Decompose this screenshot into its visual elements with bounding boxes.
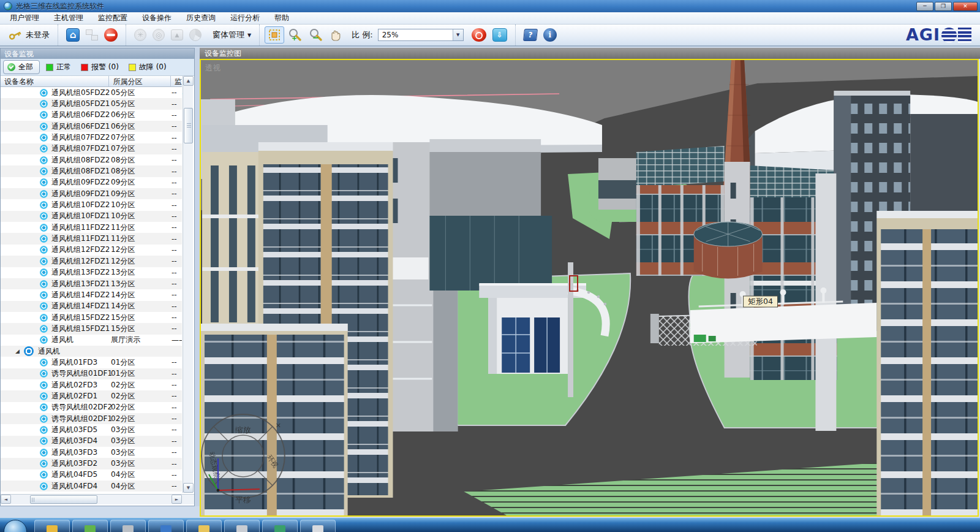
table-row[interactable]: 通风机组11FDZ111分区--	[1, 233, 182, 244]
zoom-out-button[interactable]: −	[305, 26, 326, 44]
table-row[interactable]: 通风机组15FDZ115分区--	[1, 323, 182, 334]
table-row[interactable]: 通风机组05FDZ205分区--	[1, 87, 182, 98]
nav-close-icon[interactable]: ✕	[276, 422, 281, 430]
restore-button[interactable]: ❐	[935, 2, 952, 11]
menu-item-用户管理[interactable]: 用户管理	[2, 12, 47, 25]
menu-item-监控配置[interactable]: 监控配置	[91, 12, 135, 25]
menu-item-运行分析[interactable]: 运行分析	[223, 12, 267, 25]
brand-o-glyph: O	[941, 28, 957, 43]
table-row[interactable]: 通风机展厅演示——	[1, 335, 182, 346]
pan-button[interactable]	[326, 26, 345, 44]
device-name: 通风机组12FDZ2	[51, 245, 111, 255]
3d-viewport[interactable]: 矩形04 透视 缩放 平移 动态观察 环视 ✕	[200, 59, 979, 517]
horizontal-scrollbar[interactable]: ◄ ►	[1, 494, 194, 504]
table-row[interactable]: 通风机组06FDZ106分区--	[1, 121, 182, 132]
select-tool-button[interactable]	[265, 26, 284, 44]
table-row[interactable]: 诱导风机组02DF102分区--	[1, 413, 182, 424]
device-name: 通风机组07FDZ2	[51, 132, 111, 143]
device-status-icon	[40, 482, 48, 490]
table-row[interactable]: 通风机04FD504分区--	[1, 469, 182, 481]
table-row[interactable]: 诱导风机组02DF202分区--	[1, 402, 182, 413]
menu-item-主机管理[interactable]: 主机管理	[47, 12, 91, 25]
scroll-up-button[interactable]: ▲	[183, 76, 194, 86]
3d-scene[interactable]: 矩形04 透视 缩放 平移 动态观察 环视 ✕	[201, 60, 978, 515]
panel-splitter[interactable]	[195, 48, 200, 506]
taskbar-app-button-8[interactable]	[300, 520, 336, 532]
table-row[interactable]: 通风机组07FDZ107分区--	[1, 143, 182, 154]
device-name: 通风机02FD1	[51, 391, 111, 401]
window-manage-dropdown[interactable]: 窗体管理 ▼	[209, 28, 254, 42]
tree-group-row[interactable]: ◢通风机	[1, 346, 182, 357]
table-row[interactable]: 通风机组12FDZ112分区--	[1, 256, 182, 267]
table-row[interactable]: 通风机组09FDZ109分区--	[1, 188, 182, 199]
table-row[interactable]: 通风机组14FDZ214分区--	[1, 289, 182, 300]
table-row[interactable]: 通风机组09FDZ209分区--	[1, 177, 182, 188]
taskbar-app-button-1[interactable]	[34, 520, 70, 532]
table-row[interactable]: 通风机03FD503分区--	[1, 424, 182, 435]
device-name: 通风机组11FDZ1	[51, 234, 111, 244]
scroll-right-button[interactable]: ►	[172, 495, 182, 504]
menu-item-设备操作[interactable]: 设备操作	[135, 12, 179, 25]
zoom-in-button[interactable]: +	[284, 26, 305, 44]
column-watch[interactable]: 监视	[171, 76, 182, 86]
horizontal-scroll-thumb[interactable]	[30, 495, 97, 504]
table-row[interactable]: 通风机组11FDZ211分区--	[1, 222, 182, 233]
taskbar-app-button-3[interactable]	[110, 520, 146, 532]
about-button[interactable]: i	[540, 26, 560, 44]
stop-button[interactable]	[101, 26, 121, 44]
table-row[interactable]: 通风机组10FDZ110分区--	[1, 211, 182, 222]
filter-item-2[interactable]: 报警 (0)	[77, 61, 123, 74]
table-row[interactable]: 通风机组14FDZ114分区--	[1, 301, 182, 312]
device-watch-status: --	[172, 122, 182, 131]
expander-icon[interactable]: ◢	[15, 348, 24, 354]
table-row[interactable]: 诱导风机组01DF101分区--	[1, 368, 182, 379]
export-button[interactable]: ⇩	[489, 26, 510, 44]
table-row[interactable]: 通风机03FD203分区--	[1, 458, 182, 469]
device-status-icon	[40, 100, 48, 108]
taskbar-app-button-7[interactable]	[262, 520, 298, 532]
table-row[interactable]: 通风机组08FDZ108分区--	[1, 165, 182, 177]
column-device-name[interactable]: 设备名称	[1, 76, 109, 86]
table-row[interactable]: 通风机组15FDZ215分区--	[1, 312, 182, 323]
scale-combobox[interactable]: 25% ▼	[378, 29, 464, 41]
help-button[interactable]: ?	[521, 27, 540, 43]
taskbar-app-button-5[interactable]	[186, 520, 222, 532]
vertical-scrollbar[interactable]: ▲ ▼	[183, 76, 193, 493]
filter-item-1[interactable]: 正常	[42, 61, 75, 74]
menu-item-历史查询[interactable]: 历史查询	[179, 12, 223, 25]
table-row[interactable]: 通风机组07FDZ207分区--	[1, 132, 182, 143]
taskbar-app-button-2[interactable]	[72, 520, 108, 532]
table-row[interactable]: 通风机组08FDZ208分区--	[1, 154, 182, 165]
close-button[interactable]: ✕	[953, 2, 978, 11]
device-name: 诱导风机组02DF1	[51, 414, 111, 424]
home-button[interactable]: ⌂	[63, 26, 83, 44]
table-row[interactable]: 通风机组13FDZ113分区--	[1, 278, 182, 289]
table-row[interactable]: 通风机组05FDZ105分区--	[1, 98, 182, 109]
taskbar-app-icon	[312, 525, 323, 532]
table-row[interactable]: 通风机02FD302分区--	[1, 379, 182, 390]
taskbar-app-button-6[interactable]	[224, 520, 260, 532]
scroll-down-button[interactable]: ▼	[183, 483, 194, 493]
table-row[interactable]: 通风机03FD403分区--	[1, 436, 182, 447]
table-row[interactable]: 通风机组06FDZ206分区--	[1, 110, 182, 121]
minimize-button[interactable]: ─	[916, 2, 933, 11]
scroll-left-button[interactable]: ◄	[1, 495, 11, 504]
table-row[interactable]: 通风机03FD303分区--	[1, 447, 182, 458]
table-row[interactable]: 通风机组13FDZ213分区--	[1, 267, 182, 278]
table-row[interactable]: 通风机组10FDZ210分区--	[1, 199, 182, 210]
filter-all-button[interactable]: 全部	[3, 60, 40, 74]
table-row[interactable]: 通风机01FD301分区--	[1, 357, 182, 368]
column-zone[interactable]: 所属分区	[109, 76, 171, 86]
table-row[interactable]: 通风机04FD304分区--	[1, 492, 182, 493]
vertical-scroll-thumb[interactable]	[184, 108, 193, 143]
menu-item-帮助[interactable]: 帮助	[267, 12, 296, 25]
locate-button[interactable]	[469, 26, 489, 44]
combo-arrow-icon[interactable]: ▼	[453, 29, 463, 40]
login-button[interactable]: 未登录	[5, 27, 53, 43]
table-row[interactable]: 通风机04FD404分区--	[1, 481, 182, 492]
filter-item-3[interactable]: 故障 (0)	[125, 61, 170, 74]
start-button[interactable]	[4, 520, 27, 532]
table-row[interactable]: 通风机02FD102分区--	[1, 390, 182, 401]
taskbar-app-button-4[interactable]	[148, 520, 184, 532]
table-row[interactable]: 通风机组12FDZ212分区--	[1, 245, 182, 256]
